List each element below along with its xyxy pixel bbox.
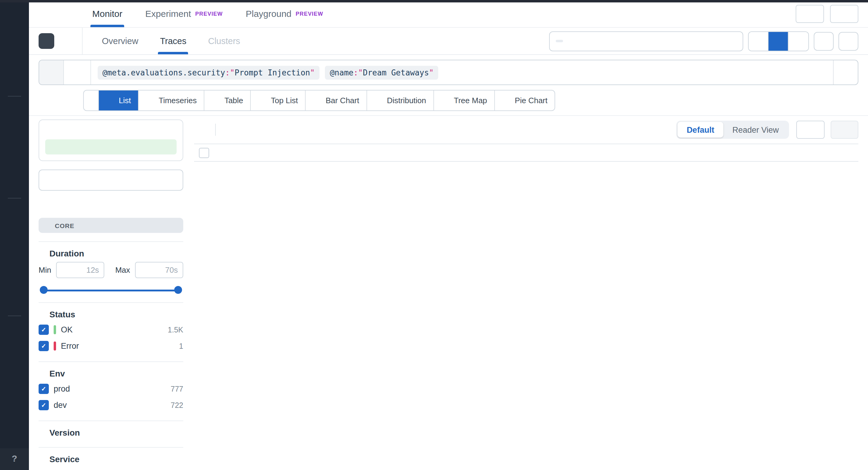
llm-observability-icon xyxy=(38,8,50,20)
apm-icon xyxy=(9,236,20,246)
visualize-option-distribution[interactable]: Distribution xyxy=(367,90,434,110)
view-mode-reader-view[interactable]: Reader View xyxy=(723,122,788,138)
facet-search-input[interactable] xyxy=(59,175,177,185)
facet-header-duration[interactable]: Duration xyxy=(38,248,183,258)
facet-section-env: Env✓prod777✓dev722 xyxy=(38,361,183,420)
query-token[interactable]: @meta.evaluations.security:"Prompt Injec… xyxy=(98,65,319,79)
facet-header-status[interactable]: Status xyxy=(38,310,183,319)
duration-min-input[interactable]: 12s xyxy=(56,262,104,278)
query-token-punct: :" xyxy=(353,68,363,77)
section-tab-traces[interactable]: Traces xyxy=(149,28,197,54)
rail-item-rum[interactable] xyxy=(0,249,29,265)
rail-item-logs[interactable] xyxy=(0,351,29,367)
preview-badge: PREVIEW xyxy=(195,10,223,17)
help-button[interactable]: ? xyxy=(0,448,29,470)
facet-item-error[interactable]: ✓Error1 xyxy=(38,338,183,354)
visualize-option-bar-chart[interactable]: Bar Chart xyxy=(306,90,367,110)
zoom-out-button[interactable] xyxy=(814,32,834,50)
rail-item-llm-observability[interactable] xyxy=(0,296,29,312)
search-icon-cell xyxy=(39,60,64,85)
section-tab-overview[interactable]: Overview xyxy=(91,28,149,54)
add-to-dataset-button[interactable] xyxy=(831,121,858,139)
chevron-down-icon xyxy=(44,222,51,229)
time-forward-button[interactable] xyxy=(788,32,808,50)
product-tab-monitor[interactable]: Monitor xyxy=(81,0,134,27)
checkbox-dev[interactable]: ✓ xyxy=(38,400,49,410)
rail-item-performance[interactable] xyxy=(0,335,29,351)
facet-section-service: Service xyxy=(38,447,183,470)
facet-header-version[interactable]: Version xyxy=(38,428,183,437)
rail-item-infrastructure[interactable] xyxy=(0,202,29,218)
rail-item-cloud-cost[interactable] xyxy=(0,218,29,234)
rail-item-bits-ai[interactable] xyxy=(0,116,29,131)
select-all-checkbox[interactable] xyxy=(199,148,209,158)
refresh-button[interactable] xyxy=(838,32,858,50)
raw-query-toggle[interactable] xyxy=(833,60,858,85)
facet-item-ok[interactable]: ✓OK1.5K xyxy=(38,322,183,338)
chevron-down-icon xyxy=(38,311,45,318)
options-button[interactable] xyxy=(796,121,825,139)
search-scope-dropdown[interactable] xyxy=(64,60,91,85)
visualize-option-pie-chart[interactable]: Pie Chart xyxy=(495,90,555,110)
search-query-input[interactable]: @meta.evaluations.security:"Prompt Injec… xyxy=(91,60,809,85)
section-tab-clusters[interactable]: Clusters xyxy=(197,28,251,54)
rail-item-integrations[interactable] xyxy=(0,417,29,433)
facet-item-prod[interactable]: ✓prod777 xyxy=(38,381,183,397)
clear-search-icon[interactable] xyxy=(817,68,825,77)
time-preset-badge xyxy=(556,40,563,42)
query-token[interactable]: @name:"Dream Getaways" xyxy=(325,65,438,79)
checkbox-ok[interactable]: ✓ xyxy=(38,325,49,335)
datadog-logo[interactable] xyxy=(0,0,29,27)
rail-item-user-avatar[interactable] xyxy=(0,433,29,448)
rail-item-history[interactable] xyxy=(0,100,29,116)
visualize-option-list[interactable]: List xyxy=(99,90,138,110)
service-map-icon xyxy=(9,268,20,278)
facet-item-dev[interactable]: ✓dev722 xyxy=(38,397,183,413)
rail-item-search[interactable] xyxy=(0,77,29,92)
facet-group-header-core[interactable]: CORE xyxy=(38,218,183,233)
visualize-option-tree-map[interactable]: Tree Map xyxy=(434,90,495,110)
facet-label: Status xyxy=(50,310,75,319)
slider-handle-min[interactable] xyxy=(40,286,48,294)
slider-handle-max[interactable] xyxy=(174,286,182,294)
monitors-status-badge xyxy=(45,139,177,154)
performance-icon xyxy=(9,338,20,348)
facet-item-label: dev xyxy=(54,401,67,410)
pin-icon[interactable] xyxy=(717,37,724,45)
rail-item-apm[interactable] xyxy=(0,234,29,249)
time-backward-button[interactable] xyxy=(749,32,769,50)
duration-max-input[interactable]: 70s xyxy=(135,262,183,278)
rail-item-service-map[interactable] xyxy=(0,265,29,281)
checkbox-prod[interactable]: ✓ xyxy=(38,384,49,394)
settings-button[interactable] xyxy=(830,4,858,23)
code-chip-icon xyxy=(38,33,54,49)
all-monitors-card[interactable] xyxy=(38,119,183,161)
rail-item-error-tracking[interactable] xyxy=(0,320,29,335)
hide-controls-button[interactable] xyxy=(194,125,207,134)
rail-item-workflows[interactable] xyxy=(0,179,29,194)
query-token-field: @name xyxy=(330,68,353,77)
pause-button[interactable] xyxy=(769,32,788,50)
facet-header-service[interactable]: Service xyxy=(38,454,183,464)
rail-item-security[interactable] xyxy=(0,281,29,296)
chevron-down-icon xyxy=(38,250,45,257)
visualize-option-table[interactable]: Table xyxy=(205,90,251,110)
product-tab-experiment[interactable]: ExperimentPREVIEW xyxy=(134,0,234,27)
dashboards-button[interactable] xyxy=(796,4,824,23)
time-range-picker[interactable] xyxy=(549,31,743,51)
rail-item-dashboards-nav[interactable] xyxy=(0,131,29,147)
rail-item-monitors-nav[interactable] xyxy=(0,147,29,163)
status-swatch xyxy=(54,342,56,351)
rail-item-notebooks[interactable] xyxy=(0,163,29,179)
add-facet-button[interactable] xyxy=(173,199,182,206)
facet-header-env[interactable]: Env xyxy=(38,369,183,378)
checkbox-error[interactable]: ✓ xyxy=(38,341,49,351)
product-tab-playground[interactable]: PlaygroundPREVIEW xyxy=(234,0,335,27)
pencil-icon[interactable] xyxy=(40,198,48,206)
view-mode-default[interactable]: Default xyxy=(678,122,723,138)
column-header-content[interactable] xyxy=(215,151,546,154)
application-selector[interactable] xyxy=(38,33,72,49)
visualize-option-timeseries[interactable]: Timeseries xyxy=(138,90,204,110)
visualize-option-top-list[interactable]: Top List xyxy=(251,90,306,110)
visualize-as-label xyxy=(84,90,99,110)
